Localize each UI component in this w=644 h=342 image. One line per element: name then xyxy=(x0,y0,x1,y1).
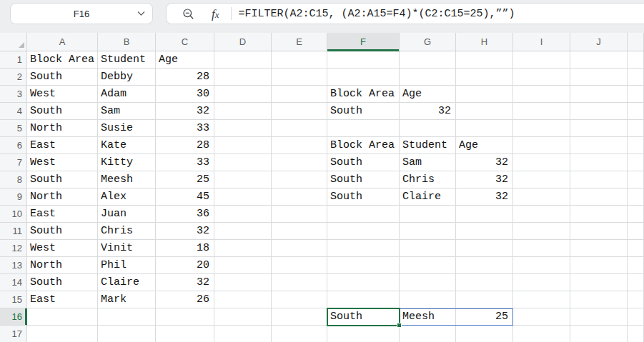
row-header-1[interactable]: 1 xyxy=(0,51,27,69)
column-header-overflow[interactable] xyxy=(628,33,644,51)
row-header-12[interactable]: 12 xyxy=(0,240,27,257)
row-header-17[interactable]: 17 xyxy=(0,326,27,342)
cell-J16[interactable] xyxy=(570,308,628,326)
row-header-7[interactable]: 7 xyxy=(0,154,27,171)
cell-G15[interactable] xyxy=(400,291,456,308)
cell-H17[interactable] xyxy=(456,326,513,342)
cell-E8[interactable] xyxy=(272,171,327,188)
cell-B10[interactable]: Juan xyxy=(98,206,156,223)
cell-F4[interactable]: South xyxy=(327,103,400,120)
cell-I9[interactable] xyxy=(513,188,570,206)
cell-D7[interactable] xyxy=(214,154,272,171)
cell-H2[interactable] xyxy=(456,69,513,86)
cell-G2[interactable] xyxy=(400,69,456,86)
cell-I2[interactable] xyxy=(513,69,570,86)
cell-D16[interactable] xyxy=(214,308,272,326)
cell-E4[interactable] xyxy=(272,103,327,120)
cell-D6[interactable] xyxy=(214,137,272,154)
cell-C11[interactable]: 32 xyxy=(156,223,214,240)
cell-J6[interactable] xyxy=(570,137,628,154)
cell-H6[interactable]: Age xyxy=(456,137,513,154)
cell-G17[interactable] xyxy=(400,326,456,342)
column-header-F[interactable]: F xyxy=(327,33,400,51)
cell-F9[interactable]: South xyxy=(327,188,400,206)
column-header-C[interactable]: C xyxy=(156,33,214,51)
cell-A11[interactable]: South xyxy=(27,223,98,240)
cell-A14[interactable]: South xyxy=(27,274,98,291)
cell-F1[interactable] xyxy=(327,51,400,69)
cell-E17[interactable] xyxy=(272,326,327,342)
cell-C1[interactable]: Age xyxy=(156,51,214,69)
row-header-8[interactable]: 8 xyxy=(0,171,27,188)
cell-G3[interactable]: Age xyxy=(400,86,456,103)
cell-E10[interactable] xyxy=(272,206,327,223)
cell-A9[interactable]: North xyxy=(27,188,98,206)
cell-C5[interactable]: 33 xyxy=(156,120,214,137)
cell-D11[interactable] xyxy=(214,223,272,240)
cell-J14[interactable] xyxy=(570,274,628,291)
cell-C4[interactable]: 32 xyxy=(156,103,214,120)
cell-G7[interactable]: Sam xyxy=(400,154,456,171)
row-header-6[interactable]: 6 xyxy=(0,137,27,154)
cell-A17[interactable] xyxy=(27,326,98,342)
column-header-G[interactable]: G xyxy=(400,33,456,51)
cell-C17[interactable] xyxy=(156,326,214,342)
cell-H15[interactable] xyxy=(456,291,513,308)
cell-J15[interactable] xyxy=(570,291,628,308)
cell-I13[interactable] xyxy=(513,257,570,274)
cell-E3[interactable] xyxy=(272,86,327,103)
zoom-out-magnifier-icon[interactable] xyxy=(182,8,194,20)
name-box[interactable]: F16 xyxy=(10,3,153,24)
cell-I8[interactable] xyxy=(513,171,570,188)
cell-D12[interactable] xyxy=(214,240,272,257)
cell-G5[interactable] xyxy=(400,120,456,137)
row-header-2[interactable]: 2 xyxy=(0,69,27,86)
cell-A2[interactable]: South xyxy=(27,69,98,86)
cell-F11[interactable] xyxy=(327,223,400,240)
cell-B12[interactable]: Vinit xyxy=(98,240,156,257)
cell-B16[interactable] xyxy=(98,308,156,326)
cell-D8[interactable] xyxy=(214,171,272,188)
cell-B8[interactable]: Meesh xyxy=(98,171,156,188)
cell-G14[interactable] xyxy=(400,274,456,291)
select-all-corner[interactable] xyxy=(0,33,27,51)
cell-E13[interactable] xyxy=(272,257,327,274)
cell-C8[interactable]: 25 xyxy=(156,171,214,188)
cell-B17[interactable] xyxy=(98,326,156,342)
cell-E5[interactable] xyxy=(272,120,327,137)
cell-E2[interactable] xyxy=(272,69,327,86)
cell-E6[interactable] xyxy=(272,137,327,154)
cell-E9[interactable] xyxy=(272,188,327,206)
cell-B3[interactable]: Adam xyxy=(98,86,156,103)
cell-G12[interactable] xyxy=(400,240,456,257)
cell-H9[interactable]: 32 xyxy=(456,188,513,206)
column-header-E[interactable]: E xyxy=(272,33,327,51)
column-header-A[interactable]: A xyxy=(27,33,98,51)
cell-D14[interactable] xyxy=(214,274,272,291)
cell-J5[interactable] xyxy=(570,120,628,137)
cell-C10[interactable]: 36 xyxy=(156,206,214,223)
cell-D13[interactable] xyxy=(214,257,272,274)
formula-input[interactable]: =FILTER(A2:C15, (A2:A15=F4)*(C2:C15=25),… xyxy=(239,8,515,20)
cell-G9[interactable]: Claire xyxy=(400,188,456,206)
cell-F10[interactable] xyxy=(327,206,400,223)
cell-F8[interactable]: South xyxy=(327,171,400,188)
cell-D10[interactable] xyxy=(214,206,272,223)
cell-C13[interactable]: 20 xyxy=(156,257,214,274)
cell-H14[interactable] xyxy=(456,274,513,291)
cell-G10[interactable] xyxy=(400,206,456,223)
cell-J11[interactable] xyxy=(570,223,628,240)
row-header-4[interactable]: 4 xyxy=(0,103,27,120)
cell-B13[interactable]: Phil xyxy=(98,257,156,274)
cell-B11[interactable]: Chris xyxy=(98,223,156,240)
column-header-B[interactable]: B xyxy=(98,33,156,51)
cell-A3[interactable]: West xyxy=(27,86,98,103)
cell-C15[interactable]: 26 xyxy=(156,291,214,308)
cell-J17[interactable] xyxy=(570,326,628,342)
row-header-10[interactable]: 10 xyxy=(0,206,27,223)
cell-H1[interactable] xyxy=(456,51,513,69)
column-header-I[interactable]: I xyxy=(513,33,570,51)
cell-D1[interactable] xyxy=(214,51,272,69)
cell-A8[interactable]: South xyxy=(27,171,98,188)
row-header-9[interactable]: 9 xyxy=(0,188,27,206)
